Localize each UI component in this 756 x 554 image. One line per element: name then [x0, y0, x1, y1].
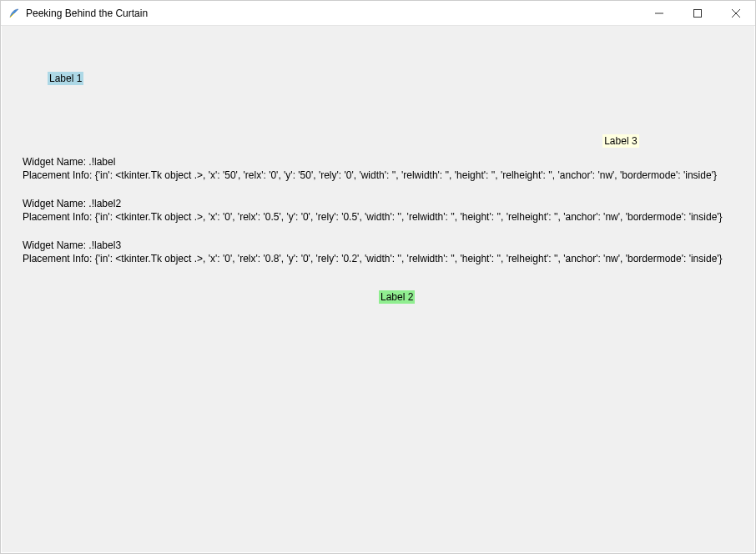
- label-3: Label 3: [602, 134, 638, 148]
- client-inner: Label 1 Label 2 Label 3 Widget Name: .!l…: [6, 30, 750, 548]
- svg-rect-1: [694, 9, 702, 17]
- client-area: Label 1 Label 2 Label 3 Widget Name: .!l…: [2, 26, 754, 552]
- label-2: Label 2: [379, 290, 415, 304]
- info-widget-name: Widget Name: .!label3: [23, 239, 723, 252]
- window-controls: [640, 1, 755, 25]
- info-placement: Placement Info: {'in': <tkinter.Tk objec…: [23, 169, 717, 182]
- info-block-label3: Widget Name: .!label3 Placement Info: {'…: [23, 239, 723, 265]
- titlebar: Peeking Behind the Curtain: [1, 1, 755, 26]
- info-block-label2: Widget Name: .!label2 Placement Info: {'…: [23, 197, 723, 224]
- window-title: Peeking Behind the Curtain: [26, 8, 640, 19]
- info-placement: Placement Info: {'in': <tkinter.Tk objec…: [23, 252, 723, 265]
- info-widget-name: Widget Name: .!label2: [23, 197, 723, 210]
- label-1: Label 1: [48, 72, 83, 85]
- minimize-button[interactable]: [640, 1, 678, 25]
- feather-icon: [8, 7, 21, 20]
- close-button[interactable]: [717, 1, 755, 25]
- info-placement: Placement Info: {'in': <tkinter.Tk objec…: [23, 210, 723, 224]
- info-widget-name: Widget Name: .!label: [23, 155, 717, 169]
- info-block-label1: Widget Name: .!label Placement Info: {'i…: [23, 155, 717, 182]
- maximize-button[interactable]: [678, 1, 717, 25]
